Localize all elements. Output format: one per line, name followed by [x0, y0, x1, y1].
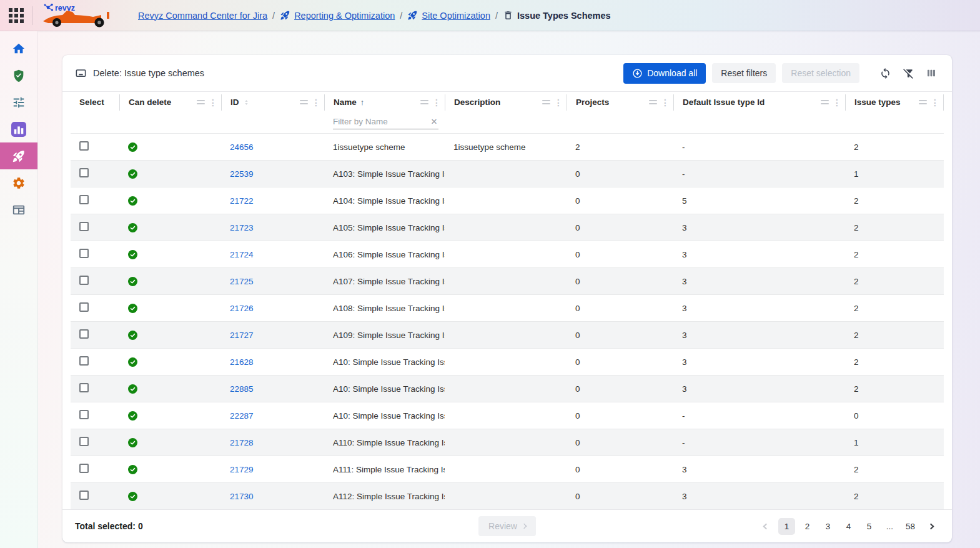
row-id-link[interactable]: 24656 — [230, 142, 254, 152]
name-filter: × — [333, 115, 438, 129]
can-delete-badge — [128, 304, 137, 313]
row-checkbox[interactable] — [79, 141, 89, 151]
column-header-id[interactable]: ID ⋮ — [221, 94, 324, 111]
row-issue-types: 2 — [845, 277, 944, 286]
sidebar-item-data-table[interactable] — [0, 196, 37, 223]
pagination-page-2[interactable]: 2 — [799, 518, 816, 535]
revyz-logo[interactable]: revyz — [42, 2, 116, 29]
filter-icon[interactable] — [300, 100, 308, 104]
row-id-link[interactable]: 21727 — [230, 331, 254, 340]
filter-icon[interactable] — [420, 100, 428, 104]
sidebar-item-analytics[interactable] — [0, 116, 37, 142]
sort-asc-icon[interactable]: ↑ — [360, 97, 365, 107]
column-menu-icon[interactable]: ⋮ — [312, 98, 320, 107]
column-menu-icon[interactable]: ⋮ — [432, 98, 441, 107]
columns-button[interactable] — [923, 65, 939, 81]
row-issue-types: 1 — [845, 169, 944, 179]
column-menu-icon[interactable]: ⋮ — [554, 98, 563, 107]
pagination-page-1[interactable]: 1 — [778, 518, 795, 535]
download-all-button[interactable]: Download all — [623, 63, 706, 84]
pagination-prev-button[interactable] — [758, 518, 775, 535]
row-checkbox[interactable] — [79, 410, 89, 419]
sidebar-item-settings[interactable] — [0, 169, 37, 196]
content-card: Delete: Issue type schemes Download all … — [62, 55, 952, 542]
column-menu-icon[interactable]: ⋮ — [209, 98, 217, 107]
pagination-page-5[interactable]: 5 — [861, 518, 878, 535]
row-id-link[interactable]: 21722 — [230, 196, 254, 206]
row-id-link[interactable]: 21724 — [230, 250, 254, 259]
filter-icon[interactable] — [542, 100, 550, 104]
sidebar-item-configuration[interactable] — [0, 89, 37, 116]
row-checkbox[interactable] — [79, 249, 89, 258]
filter-off-button[interactable] — [900, 65, 917, 82]
column-menu-icon[interactable]: ⋮ — [833, 98, 841, 107]
row-id-link[interactable]: 22287 — [230, 411, 254, 421]
column-header-default-issue-type-id[interactable]: Default Issue type Id ⋮ — [673, 94, 845, 111]
row-issue-types: 2 — [845, 223, 944, 232]
row-checkbox[interactable] — [79, 437, 89, 446]
table-row: 21722 A104: Simple Issue Tracking Iss 0 … — [71, 187, 944, 214]
card-header: Delete: Issue type schemes Download all … — [62, 55, 952, 92]
row-name: A109: Simple Issue Tracking Iss — [324, 331, 445, 340]
row-default-issue-type-id: - — [673, 169, 845, 179]
breadcrumb-link-reporting-optimization[interactable]: Reporting & Optimization — [294, 11, 395, 21]
row-issue-types: 1 — [845, 438, 944, 447]
row-checkbox[interactable] — [79, 222, 89, 231]
pagination-page-4[interactable]: 4 — [840, 518, 857, 535]
card-title: Delete: Issue type schemes — [75, 67, 204, 79]
row-checkbox[interactable] — [79, 464, 89, 473]
row-projects: 0 — [567, 250, 673, 259]
row-id-link[interactable]: 21730 — [230, 492, 254, 501]
clear-filter-icon[interactable]: × — [430, 116, 438, 127]
row-checkbox[interactable] — [79, 302, 89, 312]
row-default-issue-type-id: - — [673, 438, 845, 447]
row-id-link[interactable]: 22885 — [230, 384, 254, 394]
filter-icon[interactable] — [649, 100, 657, 104]
pagination-page-3[interactable]: 3 — [819, 518, 836, 535]
filter-icon[interactable] — [197, 100, 205, 104]
row-id-link[interactable]: 21723 — [230, 223, 254, 232]
row-id-link[interactable]: 21725 — [230, 277, 254, 286]
review-button[interactable]: Review — [478, 516, 536, 536]
row-checkbox[interactable] — [79, 356, 89, 366]
breadcrumb-link-command-center[interactable]: Revyz Command Center for Jira — [138, 11, 267, 21]
row-id-link[interactable]: 21729 — [230, 465, 254, 474]
apps-grid-icon[interactable] — [9, 8, 24, 23]
sort-icon[interactable] — [243, 99, 250, 106]
filter-icon[interactable] — [919, 100, 927, 104]
column-header-projects[interactable]: Projects ⋮ — [567, 94, 673, 111]
total-selected-label: Total selected: 0 — [75, 521, 143, 531]
row-id-link[interactable]: 21628 — [230, 357, 254, 367]
name-filter-input[interactable] — [333, 117, 430, 126]
reset-selection-button[interactable]: Reset selection — [782, 63, 859, 83]
row-issue-types: 2 — [845, 384, 944, 394]
column-header-issue-types[interactable]: Issue types ⋮ — [845, 94, 944, 111]
can-delete-badge — [128, 250, 137, 259]
column-menu-icon[interactable]: ⋮ — [661, 98, 670, 107]
pagination-next-button[interactable] — [923, 518, 939, 535]
rocket-icon — [407, 10, 418, 21]
can-delete-badge — [128, 411, 137, 421]
column-header-description[interactable]: Description ⋮ — [445, 94, 567, 111]
row-checkbox[interactable] — [79, 329, 89, 339]
sidebar-item-security[interactable] — [0, 62, 37, 89]
column-header-can-delete[interactable]: Can delete ⋮ — [119, 94, 221, 111]
row-checkbox[interactable] — [79, 195, 89, 204]
row-checkbox[interactable] — [79, 383, 89, 392]
filter-icon[interactable] — [821, 100, 829, 104]
sidebar-item-optimization[interactable] — [0, 142, 37, 169]
breadcrumb-link-site-optimization[interactable]: Site Optimization — [422, 11, 490, 21]
row-checkbox[interactable] — [79, 491, 89, 500]
row-issue-types: 2 — [845, 357, 944, 367]
row-id-link[interactable]: 21728 — [230, 438, 254, 447]
column-header-name[interactable]: Name ↑ ⋮ — [324, 94, 445, 111]
row-id-link[interactable]: 22539 — [230, 169, 254, 179]
sidebar-item-home[interactable] — [0, 35, 37, 62]
column-menu-icon[interactable]: ⋮ — [931, 98, 939, 107]
row-checkbox[interactable] — [79, 276, 89, 285]
row-checkbox[interactable] — [79, 168, 89, 177]
row-id-link[interactable]: 21726 — [230, 304, 254, 313]
pagination-page-58[interactable]: 58 — [902, 518, 919, 535]
refresh-button[interactable] — [877, 65, 894, 82]
reset-filters-button[interactable]: Reset filters — [712, 63, 776, 83]
